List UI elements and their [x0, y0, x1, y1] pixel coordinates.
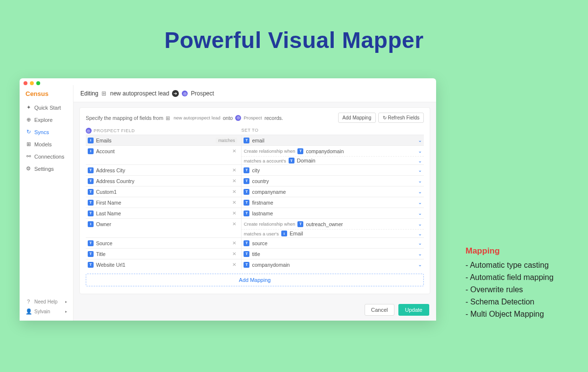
mapping-rows: Emailsmatchesemail⌄Account✕Create relati…	[86, 135, 424, 270]
set-to-cell[interactable]: companyname⌄	[241, 186, 424, 197]
sidebar-item-syncs[interactable]: ↻Syncs	[20, 126, 73, 138]
prospect-field-cell[interactable]: Address Country✕	[86, 176, 241, 186]
set-to-cell[interactable]: companydomain⌄	[241, 259, 424, 270]
syncs-icon: ↻	[25, 129, 31, 135]
need-help-link[interactable]: ?Need Help▸	[20, 297, 73, 306]
field-type-icon	[88, 262, 94, 268]
sidebar-item-label: Settings	[34, 166, 54, 172]
add-mapping-row[interactable]: Add Mapping	[86, 274, 424, 286]
remove-mapping-icon[interactable]: ✕	[232, 148, 239, 154]
remove-mapping-icon[interactable]: ✕	[232, 221, 239, 227]
set-to-cell[interactable]: source⌄	[241, 238, 424, 248]
help-icon: ?	[25, 299, 31, 304]
add-mapping-button[interactable]: Add Mapping	[338, 113, 376, 123]
window-minimize-icon[interactable]	[30, 81, 34, 85]
chevron-down-icon[interactable]: ⌄	[418, 158, 422, 163]
user-menu[interactable]: 👤Sylvain▸	[20, 306, 73, 317]
sidebar-item-explore[interactable]: ⊕Explore	[20, 114, 73, 126]
relationship-sub-label: Domain	[297, 158, 316, 163]
set-to-label: companydomain	[306, 148, 343, 154]
remove-mapping-icon[interactable]: ✕	[232, 178, 239, 184]
sidebar-item-settings[interactable]: ⚙Settings	[20, 163, 73, 175]
instruction-text: Specify the mapping of fields from	[86, 115, 163, 121]
set-to-cell[interactable]: city⌄	[241, 165, 424, 175]
window-zoom-icon[interactable]	[36, 81, 40, 85]
remove-mapping-icon[interactable]: ✕	[232, 210, 239, 216]
chevron-down-icon[interactable]: ⌄	[418, 221, 422, 227]
field-type-icon	[88, 251, 94, 257]
set-to-cell[interactable]: email⌄	[241, 135, 424, 145]
notes-heading: Mapping	[466, 245, 578, 257]
settings-icon: ⚙	[25, 165, 31, 172]
set-to-cell[interactable]: firstname⌄	[241, 197, 424, 208]
cancel-button[interactable]: Cancel	[365, 304, 394, 316]
mapping-row: First Name✕firstname⌄	[86, 197, 424, 208]
panel-instruction: Specify the mapping of fields from new a…	[86, 113, 424, 123]
prospect-field-cell[interactable]: Source✕	[86, 238, 241, 248]
remove-mapping-icon[interactable]: ✕	[232, 189, 239, 194]
set-to-label: outreach_owner	[306, 221, 343, 227]
app-window: Census ✦Quick Start ⊕Explore ↻Syncs ⊞Mod…	[20, 78, 436, 321]
prospect-field-cell[interactable]: Address City✕	[86, 165, 241, 175]
instruction-target: Prospect	[244, 115, 262, 120]
sidebar-item-quick-start[interactable]: ✦Quick Start	[20, 101, 73, 114]
chevron-down-icon[interactable]: ⌄	[418, 138, 422, 143]
chevron-down-icon[interactable]: ⌄	[418, 210, 422, 216]
prospect-field-cell[interactable]: Title✕	[86, 249, 241, 259]
sidebar-item-connections[interactable]: ⚯Connections	[20, 150, 73, 163]
sidebar-item-models[interactable]: ⊞Models	[20, 138, 73, 150]
prospect-field-cell[interactable]: Last Name✕	[86, 208, 241, 218]
prospect-field-label: Custom1	[96, 189, 117, 195]
chevron-down-icon[interactable]: ⌄	[418, 251, 422, 256]
relationship-sub-cell[interactable]: matches a account'sDomain⌄	[241, 156, 424, 164]
prospect-field-cell[interactable]: Custom1✕	[86, 186, 241, 197]
relationship-prefix: Create relationship when	[244, 221, 295, 227]
chevron-down-icon[interactable]: ⌄	[418, 240, 422, 246]
chevron-down-icon[interactable]: ⌄	[418, 189, 422, 194]
prospect-field-cell[interactable]: Emailsmatches	[86, 135, 241, 145]
set-to-label: source	[252, 240, 268, 246]
field-type-icon	[88, 148, 94, 154]
prospect-field-label: Account	[96, 148, 115, 154]
refresh-fields-button[interactable]: ↻ Refresh Fields	[378, 113, 424, 123]
chevron-down-icon[interactable]: ⌄	[418, 178, 422, 184]
chevron-down-icon[interactable]: ⌄	[418, 200, 422, 205]
remove-mapping-icon[interactable]: ✕	[232, 200, 239, 205]
chevron-down-icon[interactable]: ⌄	[418, 231, 422, 236]
chevron-down-icon[interactable]: ⌄	[418, 262, 422, 267]
models-icon: ⊞	[25, 141, 31, 147]
set-to-cell[interactable]: title⌄	[241, 249, 424, 259]
prospect-field-cell[interactable]: First Name✕	[86, 197, 241, 208]
update-button[interactable]: Update	[398, 304, 429, 316]
prospect-field-cell[interactable]: Owner✕	[86, 219, 241, 229]
prospect-field-label: Address City	[96, 167, 125, 173]
set-to-cell[interactable]: country⌄	[241, 176, 424, 186]
field-type-icon	[88, 178, 94, 184]
prospect-field-label: Title	[96, 251, 105, 257]
prospect-field-cell[interactable]: Website Url1✕	[86, 259, 241, 270]
remove-mapping-icon[interactable]: ✕	[232, 167, 239, 173]
instruction-mid: onto	[223, 115, 233, 121]
relationship-sub-cell[interactable]: matches a user'sEmail⌄	[241, 229, 424, 237]
set-to-cell[interactable]: Create relationship whenoutreach_owner⌄	[241, 219, 424, 229]
mapping-row: Source✕source⌄	[86, 237, 424, 248]
field-type-icon	[281, 231, 287, 236]
set-to-cell[interactable]: Create relationship whencompanydomain⌄	[241, 146, 424, 156]
prospect-icon: ◎	[235, 115, 241, 121]
prospect-field-label: Source	[96, 240, 112, 246]
remove-mapping-icon[interactable]: ✕	[232, 262, 239, 267]
notes-item: Overwrite rules	[466, 284, 578, 296]
prospect-field-cell[interactable]: Account✕	[86, 146, 241, 156]
field-type-icon	[244, 251, 249, 257]
user-label: Sylvain	[34, 309, 50, 314]
chevron-down-icon[interactable]: ⌄	[418, 167, 422, 173]
set-to-cell[interactable]: lastname⌄	[241, 208, 424, 218]
prospect-field-label: Address Country	[96, 178, 134, 184]
col-set-to: SET TO	[241, 128, 258, 133]
remove-mapping-icon[interactable]: ✕	[232, 251, 239, 256]
chevron-down-icon[interactable]: ⌄	[418, 148, 422, 154]
remove-mapping-icon[interactable]: ✕	[232, 240, 239, 246]
instruction-source: new autoprospect lead	[173, 115, 220, 120]
relationship-sub-prefix: matches a user's	[244, 231, 279, 236]
window-close-icon[interactable]	[24, 81, 27, 85]
